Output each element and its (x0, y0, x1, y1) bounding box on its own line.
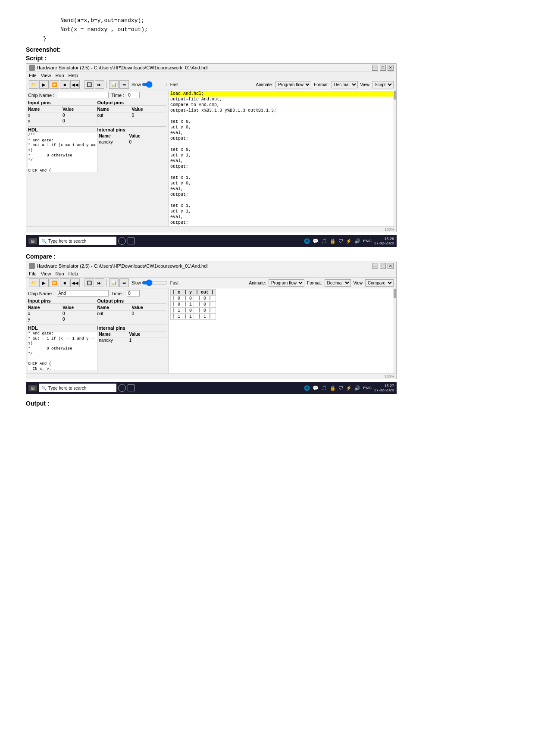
close-btn-2[interactable]: ✕ (388, 263, 394, 269)
window-title-2: Hardware Simulator (2.5) - C:\Users\HP\D… (37, 263, 208, 269)
minimize-btn-1[interactable]: — (372, 65, 378, 71)
taskbar-search-text-1: Type here to search (48, 239, 86, 244)
tool-icon4[interactable]: ➡ (119, 80, 129, 89)
menu-view-2[interactable]: View (41, 271, 51, 276)
compare-table: | x | y | out | | 0 | 0 | 0 | | 0 (170, 289, 216, 320)
animate-label-2: Animate: (249, 281, 266, 285)
script-line-16-1: set x 1, (170, 175, 394, 181)
start-btn-1[interactable]: ⊞ (28, 238, 37, 244)
input-pin-x-1: x 0 (28, 112, 97, 118)
input-pins-header-1: Input pins (28, 100, 97, 105)
taskbar-search-1[interactable]: 🔍 Type here to search (39, 237, 116, 245)
maximize-btn-1[interactable]: □ (380, 65, 386, 71)
hdl-editor-2: * And gate: * out = 1 if (x == 1 and y =… (28, 331, 97, 372)
menu-file-2[interactable]: File (29, 271, 37, 276)
minimize-btn-2[interactable]: — (372, 263, 378, 269)
close-btn-1[interactable]: ✕ (388, 65, 394, 71)
script-line-9-1: output; (170, 136, 394, 141)
tool-back-2[interactable]: ◀◀ (70, 278, 80, 287)
scroll-thumb-1[interactable] (394, 91, 396, 100)
input-pins-section-2: Name Value x 0 y 0 (28, 305, 97, 322)
hdl-internal-row-2: * And gate: * out = 1 if (x == 1 and y =… (28, 331, 166, 372)
format-select-2[interactable]: Decimal (325, 279, 351, 287)
win-controls-1[interactable]: — □ ✕ (372, 65, 394, 71)
taskbar-icons-1: 🌐 💬 🎵 🔒 🛡 ⚡ 🔊 ENG 15:26 27-02-2020 (304, 237, 394, 245)
hdl-textarea-1[interactable]: /** * And gate: * out = 1 if (x == 1 and… (28, 133, 97, 172)
tool-back-1[interactable]: ◀◀ (70, 80, 80, 89)
script-line-2-1: output-file And.out, (170, 97, 394, 102)
tool-load-2[interactable]: 📁 (29, 278, 38, 287)
hdl-label-2: HDL (28, 325, 97, 331)
titlebar-2: Hardware Simulator (2.5) - C:\Users\HP\D… (26, 262, 396, 270)
scrollbar-1[interactable] (393, 90, 396, 226)
sep3 (82, 279, 82, 287)
start-btn-2[interactable]: ⊞ (28, 385, 37, 391)
sys-icon-11: 🔒 (330, 385, 336, 391)
internal-pins-section-1: Name Value nandxy 0 (97, 133, 167, 173)
hdl-editor-1: /** * And gate: * out = 1 if (x == 1 and… (28, 133, 97, 173)
speed-slider-1[interactable] (142, 81, 168, 88)
tool-forward-1[interactable]: ⏩ (50, 80, 59, 89)
time-input-2[interactable] (127, 290, 140, 297)
tool-chip-2[interactable]: 🔲 (84, 278, 94, 287)
task-circle-2[interactable] (118, 384, 126, 392)
pin-out-value-2: 0 (132, 311, 158, 316)
tool-stop-1[interactable]: ■ (60, 80, 69, 89)
tool-forward-2[interactable]: ⏩ (50, 278, 59, 287)
pins-header-1: Input pins Output pins (28, 100, 166, 106)
left-panel-1: Chip Name : Time : Input pins Output pin… (26, 90, 169, 226)
scrollbar-2[interactable] (393, 288, 396, 373)
chip-name-input-1[interactable] (57, 92, 109, 98)
tool-icon5[interactable]: 📊 (109, 278, 119, 287)
menu-help-1[interactable]: Help (69, 73, 78, 78)
menubar-1: File View Run Help (26, 72, 396, 79)
animate-select-1[interactable]: Program flow (275, 81, 311, 88)
maximize-btn-2[interactable]: □ (380, 263, 386, 269)
script-line-10-1 (170, 141, 394, 147)
pins-columns-1: Name Value x 0 y 0 (28, 106, 166, 124)
speed-slider-2[interactable] (142, 279, 168, 286)
tool-icon3[interactable]: 📊 (109, 80, 119, 89)
tool-step-2[interactable]: ⏭ (95, 278, 104, 287)
compare-cell-x-0: | 0 (171, 296, 182, 302)
compare-cell-y-2: | 0 (182, 308, 194, 314)
menu-view-1[interactable]: View (41, 73, 51, 78)
format-select-1[interactable]: Decimal (332, 81, 358, 88)
tool-stop-2[interactable]: ■ (60, 278, 69, 287)
sys-icon-3: 🎵 (321, 238, 327, 244)
hdl-header-1: HDL Internal pins (28, 127, 166, 133)
hdl-textarea-2[interactable]: * And gate: * out = 1 if (x == 1 and y =… (28, 331, 97, 370)
task-square-1[interactable] (128, 237, 135, 244)
menu-file-1[interactable]: File (29, 73, 37, 78)
animate-select-2[interactable]: Program flow (269, 279, 304, 287)
win-controls-2[interactable]: — □ ✕ (372, 263, 394, 269)
menu-run-2[interactable]: Run (55, 271, 64, 276)
scroll-thumb-2[interactable] (394, 289, 396, 298)
tool-load-1[interactable]: 📁 (29, 80, 38, 89)
taskbar-search-2[interactable]: 🔍 Type here to search (39, 384, 116, 392)
chip-name-input-2[interactable] (57, 290, 109, 297)
compare-cell-out-1: | 0 | (194, 302, 216, 308)
input-name-col-1: Name (28, 107, 63, 112)
win-resize-1: 100% (26, 226, 396, 232)
hdl-header-2: HDL Internal pins (28, 325, 166, 331)
view-select-1[interactable]: Script (372, 81, 394, 88)
compare-cell-x-1: | 0 (171, 302, 182, 308)
tool-play-1[interactable]: ▶ (39, 80, 49, 89)
script-line-12-1: set y 1, (170, 153, 394, 158)
tool-play-2[interactable]: ▶ (39, 278, 49, 287)
pins-columns-2: Name Value x 0 y 0 (28, 305, 166, 322)
toolbar-right-2: Animate: Program flow Format: Decimal Vi… (249, 279, 394, 287)
tool-icon6[interactable]: ➡ (119, 278, 129, 287)
tool-chip-1[interactable]: 🔲 (84, 80, 94, 89)
tool-step-1[interactable]: ⏭ (95, 80, 104, 89)
output-pins-header-2: Output pins (97, 298, 167, 303)
int-pin-nandxy-2: nandxy 1 (99, 337, 167, 343)
sys-icon-13: ⚡ (346, 385, 352, 391)
task-circle-1[interactable] (118, 237, 126, 245)
view-select-2[interactable]: Compare (365, 279, 394, 287)
time-input-1[interactable] (127, 92, 140, 98)
menu-help-2[interactable]: Help (69, 271, 78, 276)
menu-run-1[interactable]: Run (55, 73, 64, 78)
task-square-2[interactable] (128, 384, 135, 391)
